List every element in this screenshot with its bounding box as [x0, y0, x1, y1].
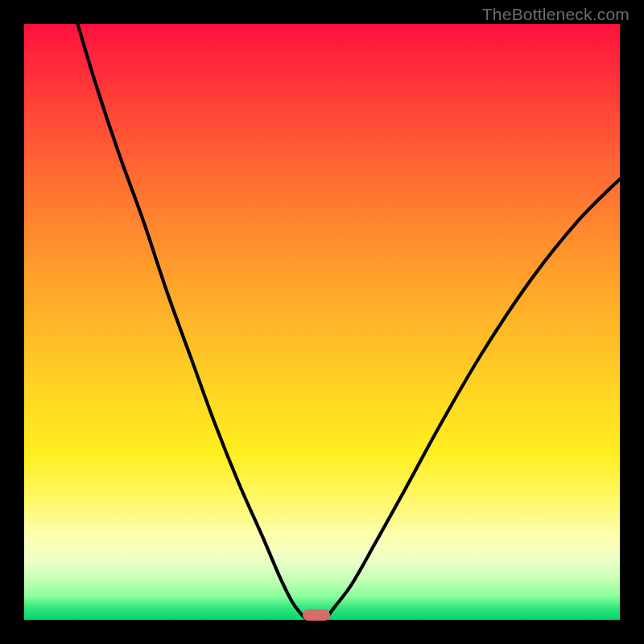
- curve-left-branch: [78, 24, 308, 620]
- curve-right-branch: [325, 179, 620, 620]
- chart-frame: TheBottleneck.com: [0, 0, 644, 644]
- plot-area: [24, 24, 620, 620]
- watermark-text: TheBottleneck.com: [482, 5, 630, 24]
- optimum-marker: [303, 609, 330, 621]
- bottleneck-curve: [24, 24, 620, 620]
